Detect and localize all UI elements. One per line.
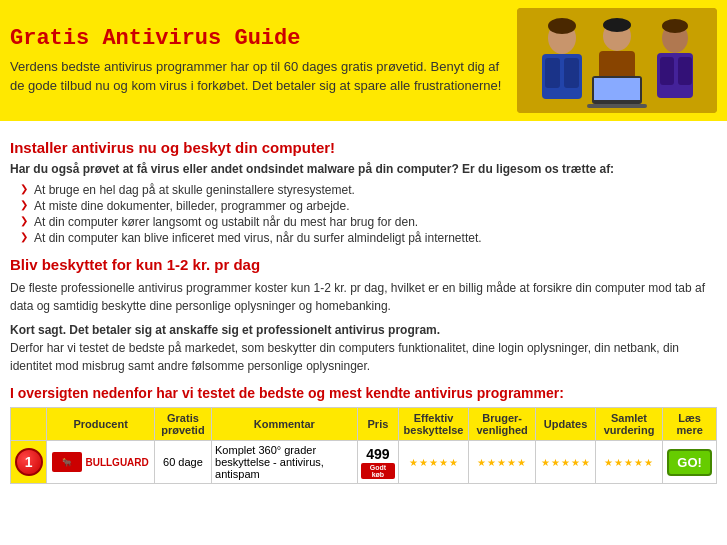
th-comment: Kommentar — [212, 408, 358, 441]
updates-stars: ★★★★★ — [539, 457, 591, 468]
section1-intro: Har du også prøvet at få virus eller and… — [10, 162, 717, 176]
header-section: Gratis Antivirus Guide Verdens bedste an… — [0, 0, 727, 121]
section3: I oversigten nedenfor har vi testet de b… — [10, 385, 717, 484]
section2-para2detail: Derfor har vi testet de bedste på marked… — [10, 341, 679, 373]
section2: Bliv beskyttet for kun 1-2 kr. pr dag De… — [10, 256, 717, 375]
header-text-area: Gratis Antivirus Guide Verdens bedste an… — [10, 26, 517, 96]
table-header-row: Producent Gratisprøvetid Kommentar Pris … — [11, 408, 717, 441]
main-content: Installer antivirus nu og beskyt din com… — [0, 121, 727, 492]
svg-point-15 — [662, 19, 688, 33]
gratis-cell: 60 dage — [154, 441, 211, 484]
header-illustration — [517, 8, 717, 113]
price-number: 499 — [361, 446, 396, 462]
rank-cell: 1 — [11, 441, 47, 484]
header-title: Gratis Antivirus Guide — [10, 26, 507, 51]
th-producer: Producent — [47, 408, 154, 441]
th-samlet: Samletvurdering — [595, 408, 663, 441]
svg-rect-13 — [678, 57, 692, 85]
price-badge: Godt køb — [361, 463, 396, 479]
antivirus-table: Producent Gratisprøvetid Kommentar Pris … — [10, 407, 717, 484]
th-rank — [11, 408, 47, 441]
section2-para2: Kort sagt. Det betaler sig at anskaffe s… — [10, 321, 717, 375]
th-laes: Læs mere — [663, 408, 717, 441]
th-effektiv: Effektivbeskyttelse — [399, 408, 469, 441]
section1-title: Installer antivirus nu og beskyt din com… — [10, 139, 717, 156]
samlet-stars: ★★★★★ — [599, 457, 660, 468]
svg-rect-4 — [564, 58, 579, 88]
section2-para2bold: Kort sagt. Det betaler sig at anskaffe s… — [10, 323, 440, 337]
section2-title: Bliv beskyttet for kun 1-2 kr. pr dag — [10, 256, 717, 273]
th-price: Pris — [357, 408, 399, 441]
svg-rect-9 — [587, 104, 647, 108]
price-cell: 499 Godt køb — [357, 441, 399, 484]
comment-cell: Komplet 360° grader beskyttelse - antivi… — [212, 441, 358, 484]
bullet-item: At miste dine dokumenter, billeder, prog… — [20, 198, 717, 214]
section3-title: I oversigten nedenfor har vi testet de b… — [10, 385, 717, 401]
header-image — [517, 8, 717, 113]
section1: Installer antivirus nu og beskyt din com… — [10, 139, 717, 246]
rank-badge: 1 — [15, 448, 43, 476]
bullet-list: At bruge en hel dag på at skulle geninst… — [20, 182, 717, 246]
svg-rect-8 — [594, 78, 640, 100]
svg-point-14 — [548, 18, 576, 34]
bull-icon: 🐂 — [52, 452, 82, 472]
th-bruger: Bruger-venlighed — [468, 408, 536, 441]
laes-cell[interactable]: GO! — [663, 441, 717, 484]
producer-cell: 🐂 BULLGUARD — [47, 441, 154, 484]
th-updates: Updates — [536, 408, 595, 441]
svg-point-16 — [603, 18, 631, 32]
bruger-cell: ★★★★★ — [468, 441, 536, 484]
bruger-stars: ★★★★★ — [472, 457, 533, 468]
effektiv-cell: ★★★★★ — [399, 441, 469, 484]
go-button[interactable]: GO! — [667, 449, 712, 476]
svg-rect-12 — [660, 57, 674, 85]
bullet-item: At din computer kan blive inficeret med … — [20, 230, 717, 246]
bullet-item: At bruge en hel dag på at skulle geninst… — [20, 182, 717, 198]
table-row: 1 🐂 BULLGUARD 60 dage Komplet 360° grade… — [11, 441, 717, 484]
header-description: Verdens bedste antivirus programmer har … — [10, 57, 507, 96]
bullguard-logo: 🐂 BULLGUARD — [50, 452, 150, 472]
effektiv-stars: ★★★★★ — [402, 457, 465, 468]
updates-cell: ★★★★★ — [536, 441, 595, 484]
svg-rect-3 — [545, 58, 560, 88]
bullguard-name: BULLGUARD — [85, 457, 148, 468]
th-gratis: Gratisprøvetid — [154, 408, 211, 441]
bullet-item: At din computer kører langsomt og ustabi… — [20, 214, 717, 230]
samlet-cell: ★★★★★ — [595, 441, 663, 484]
section2-para1: De fleste professionelle antivirus progr… — [10, 279, 717, 315]
page-wrapper: Gratis Antivirus Guide Verdens bedste an… — [0, 0, 727, 492]
